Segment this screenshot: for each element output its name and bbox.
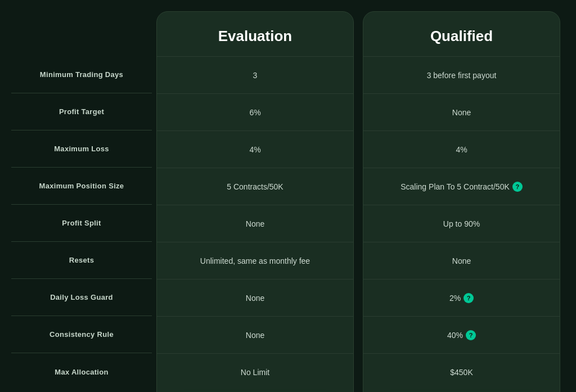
qualified-title: Qualified (430, 28, 493, 44)
data-text-qual-resets: None (452, 256, 471, 265)
data-text-qual-profit-target: None (452, 108, 471, 117)
data-text-eval-max-alloc: No Limit (241, 368, 269, 377)
label-min-trading-days: Minimum Trading Days (11, 56, 152, 93)
data-text-eval-profit-split: None (246, 219, 264, 228)
label-text-max-position-size: Maximum Position Size (39, 182, 124, 190)
label-text-maximum-loss: Maximum Loss (54, 145, 109, 153)
qualified-body: 3 before first payoutNone4%Scaling Plan … (363, 56, 560, 390)
evaluation-body: 36%4%5 Contracts/50KNoneUnlimited, same … (157, 56, 353, 390)
label-text-daily-loss-guard: Daily Loss Guard (50, 293, 113, 301)
data-text-qual-max-position: Scaling Plan To 5 Contract/50K (400, 182, 510, 191)
data-text-eval-resets: Unlimited, same as monthly fee (200, 256, 310, 265)
data-row-qual-consistency: 40%? (363, 316, 560, 353)
data-text-qual-max-loss: 4% (456, 145, 467, 154)
evaluation-title: Evaluation (218, 28, 292, 44)
data-row-qual-profit-target: None (363, 93, 560, 130)
help-badge-qual-consistency[interactable]: ? (466, 330, 476, 340)
data-text-eval-profit-target: 6% (249, 108, 260, 117)
data-text-qual-consistency: 40% (447, 331, 463, 340)
data-row-eval-max-alloc: No Limit (157, 353, 353, 390)
data-row-qual-max-loss: 4% (363, 130, 560, 168)
label-text-consistency-rule: Consistency Rule (50, 330, 114, 339)
data-row-qual-daily-loss: 2%? (363, 279, 560, 316)
data-row-eval-profit-split: None (157, 205, 353, 242)
data-row-qual-max-alloc: $450K (363, 353, 560, 390)
label-resets: Resets (11, 242, 152, 279)
label-consistency-rule: Consistency Rule (11, 316, 152, 353)
label-profit-split: Profit Split (11, 205, 152, 242)
labels-column: Minimum Trading DaysProfit TargetMaximum… (11, 11, 152, 392)
data-row-eval-profit-target: 6% (157, 93, 353, 130)
label-max-allocation: Max Allocation (11, 353, 152, 390)
data-row-eval-resets: Unlimited, same as monthly fee (157, 242, 353, 279)
data-text-eval-max-loss: 4% (249, 145, 260, 154)
data-text-eval-consistency: None (246, 331, 264, 340)
data-row-eval-daily-loss: None (157, 279, 353, 316)
label-maximum-loss: Maximum Loss (11, 130, 152, 168)
help-badge-qual-max-position[interactable]: ? (512, 182, 523, 192)
data-text-eval-max-position: 5 Contracts/50K (227, 182, 283, 191)
help-badge-qual-daily-loss[interactable]: ? (464, 293, 474, 303)
data-row-qual-max-position: Scaling Plan To 5 Contract/50K? (363, 168, 560, 205)
comparison-container: Minimum Trading DaysProfit TargetMaximum… (11, 11, 565, 392)
data-text-eval-daily-loss: None (246, 294, 264, 303)
data-row-qual-profit-split: Up to 90% (363, 205, 560, 242)
qualified-card: Qualified 3 before first payoutNone4%Sca… (363, 11, 560, 392)
label-text-max-allocation: Max Allocation (55, 368, 108, 376)
data-text-qual-max-alloc: $450K (450, 368, 472, 377)
data-row-eval-max-position: 5 Contracts/50K (157, 168, 353, 205)
qualified-header: Qualified (363, 12, 560, 56)
evaluation-header: Evaluation (157, 12, 353, 56)
data-row-qual-resets: None (363, 242, 560, 279)
label-daily-loss-guard: Daily Loss Guard (11, 279, 152, 316)
evaluation-card: Evaluation 36%4%5 Contracts/50KNoneUnlim… (156, 11, 354, 392)
label-max-position-size: Maximum Position Size (11, 168, 152, 205)
label-text-profit-split: Profit Split (62, 219, 101, 227)
label-text-min-trading-days: Minimum Trading Days (40, 70, 123, 79)
label-text-profit-target: Profit Target (59, 107, 104, 116)
data-row-eval-max-loss: 4% (157, 130, 353, 168)
data-text-qual-profit-split: Up to 90% (443, 219, 480, 228)
data-row-eval-min-days: 3 (157, 56, 353, 93)
data-text-qual-min-days: 3 before first payout (427, 71, 497, 80)
label-profit-target: Profit Target (11, 93, 152, 130)
data-row-qual-min-days: 3 before first payout (363, 56, 560, 93)
data-text-qual-daily-loss: 2% (449, 294, 461, 303)
data-text-eval-min-days: 3 (253, 71, 258, 80)
label-text-resets: Resets (69, 256, 94, 264)
data-row-eval-consistency: None (157, 316, 353, 353)
